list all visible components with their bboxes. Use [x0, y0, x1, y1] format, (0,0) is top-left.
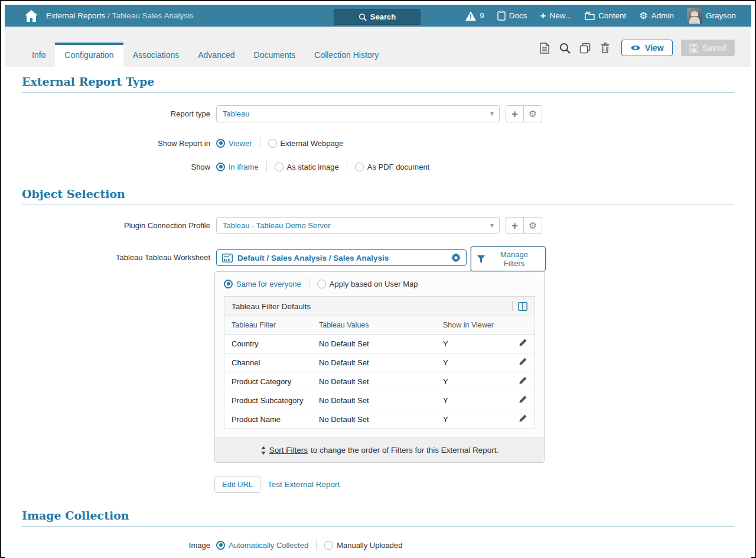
table-row: Channel No Default Set Y — [224, 353, 535, 372]
worksheet-select-button[interactable]: Default / Sales Analysis / Sales Analysi… — [216, 249, 467, 266]
eye-icon — [630, 44, 641, 51]
radio-automatically-collected[interactable] — [216, 541, 225, 550]
worksheet-label: Tableau Tableau Worksheet — [22, 253, 210, 262]
edit-pencil-icon[interactable] — [519, 395, 527, 406]
cell-filter: Product Subcategory — [224, 391, 319, 410]
tab-configuration[interactable]: Configuration — [55, 43, 123, 67]
report-type-label: Report type — [22, 109, 210, 118]
plus-icon: + — [511, 109, 518, 119]
col-actions — [511, 316, 535, 334]
breadcrumb-separator: / — [106, 11, 112, 20]
plus-icon: + — [540, 11, 546, 21]
radio-external-webpage-label[interactable]: External Webpage — [281, 139, 344, 148]
plus-icon: + — [511, 220, 518, 231]
filter-defaults-panel: Same for everyone Apply based on User Ma… — [214, 271, 545, 463]
add-profile-button[interactable]: + — [506, 217, 524, 234]
folder-icon — [585, 11, 595, 20]
radio-same-for-everyone-label[interactable]: Same for everyone — [236, 280, 301, 288]
worksheet-row: Tableau Tableau Worksheet Default / Sale… — [22, 246, 734, 271]
col-tableau-filter: Tableau Filter — [224, 316, 319, 334]
radio-automatically-collected-label[interactable]: Automatically Collected — [229, 541, 308, 550]
test-external-report-link[interactable]: Test External Report — [268, 480, 340, 489]
tab-advanced[interactable]: Advanced — [188, 41, 244, 67]
cell-filter: Product Name — [224, 410, 319, 429]
columns-icon[interactable] — [518, 302, 527, 311]
main-content: External Report Type Report type Tableau… — [5, 67, 751, 558]
search-icon — [359, 13, 367, 21]
search-button[interactable]: Search — [334, 9, 421, 25]
radio-static-image-label[interactable]: As static image — [287, 163, 339, 171]
notes-icon[interactable] — [539, 42, 550, 54]
content-label: Content — [598, 11, 626, 20]
radio-external-webpage[interactable] — [268, 139, 277, 148]
view-label: View — [645, 43, 664, 53]
save-icon — [689, 44, 698, 53]
user-menu[interactable]: Grayson — [687, 8, 736, 24]
edit-pencil-icon[interactable] — [519, 376, 527, 387]
edit-pencil-icon[interactable] — [519, 414, 527, 425]
tab-associations[interactable]: Associations — [123, 41, 189, 67]
cell-show: Y — [443, 391, 511, 410]
edit-profile-button[interactable]: ⚙ — [524, 217, 542, 234]
worksheet-value: Default / Sales Analysis / Sales Analysi… — [237, 254, 447, 262]
radio-viewer-label[interactable]: Viewer — [229, 139, 252, 148]
show-row: Show In iframe As static image As PDF do… — [22, 161, 734, 172]
filter-panel-body: Same for everyone Apply based on User Ma… — [215, 272, 544, 437]
apply-mode-group: Same for everyone Apply based on User Ma… — [224, 278, 535, 289]
radio-manually-uploaded[interactable] — [324, 541, 333, 550]
plugin-profile-select[interactable]: Tableau - Tableau Demo Server ▾ — [216, 217, 500, 234]
avatar — [687, 8, 702, 24]
content-menu[interactable]: Content — [585, 11, 626, 20]
tab-documents[interactable]: Documents — [245, 41, 305, 67]
delete-icon[interactable] — [599, 42, 611, 54]
plugin-profile-label: Plugin Connection Profile — [22, 221, 210, 230]
edit-pencil-icon[interactable] — [519, 338, 527, 349]
edit-url-button[interactable]: Edit URL — [214, 476, 260, 493]
edit-pencil-icon[interactable] — [519, 357, 527, 368]
url-actions-row: Edit URL Test External Report — [214, 476, 734, 493]
section-title-image-collection: Image Collection — [22, 509, 734, 527]
sort-filters-footer: Sort Filters to change the order of Filt… — [215, 437, 544, 462]
add-report-type-button[interactable]: + — [506, 105, 524, 122]
tab-info[interactable]: Info — [22, 41, 55, 67]
home-icon[interactable] — [24, 8, 39, 24]
report-type-select[interactable]: Tableau ▾ — [216, 105, 500, 122]
col-tableau-values: Tableau Values — [319, 316, 443, 334]
view-button[interactable]: View — [621, 40, 673, 56]
new-menu[interactable]: + New... — [540, 11, 572, 21]
tabs: Info Configuration Associations Advanced… — [22, 41, 388, 67]
edit-report-type-button[interactable]: ⚙ — [524, 105, 542, 122]
radio-static-image[interactable] — [275, 163, 284, 171]
tab-collection-history[interactable]: Collection History — [305, 41, 388, 67]
sort-filters-text: to change the order of Filters for this … — [311, 446, 498, 455]
alerts-count: 9 — [480, 11, 484, 20]
docs-menu[interactable]: Docs — [497, 11, 527, 21]
radio-in-iframe[interactable] — [216, 163, 225, 171]
image-mode-group: Automatically Collected Manually Uploade… — [216, 540, 402, 550]
radio-pdf-document-label[interactable]: As PDF document — [367, 163, 430, 171]
radio-apply-user-map[interactable] — [317, 280, 326, 288]
radio-manually-uploaded-label[interactable]: Manually Uploaded — [337, 541, 402, 550]
admin-label: Admin — [651, 11, 674, 20]
manage-filters-container: Manage Filters — [470, 246, 546, 271]
manage-filters-button[interactable]: Manage Filters — [471, 246, 546, 271]
separator — [309, 278, 309, 289]
alerts-menu[interactable]: 9 — [465, 11, 484, 21]
navbar-menu: 9 Docs + New... Content ⚙ Admin — [465, 8, 743, 24]
image-label: Image — [22, 541, 210, 550]
breadcrumb-section[interactable]: External Reports — [46, 11, 106, 20]
duplicate-icon[interactable] — [579, 42, 591, 54]
search-object-icon[interactable] — [559, 42, 571, 54]
sort-filters-link[interactable]: Sort Filters — [269, 446, 308, 455]
radio-pdf-document[interactable] — [355, 163, 364, 171]
table-title-bar: Tableau Filter Defaults — [224, 297, 535, 316]
new-label: New... — [550, 11, 572, 20]
radio-viewer[interactable] — [216, 139, 225, 148]
admin-menu[interactable]: ⚙ Admin — [639, 11, 674, 21]
radio-in-iframe-label[interactable]: In iframe — [229, 163, 259, 171]
toolbar: View Saved — [539, 40, 735, 56]
radio-same-for-everyone[interactable] — [224, 280, 233, 288]
cell-values: No Default Set — [319, 353, 443, 372]
radio-apply-user-map-label[interactable]: Apply based on User Map — [330, 280, 418, 288]
gear-icon[interactable] — [451, 253, 461, 262]
